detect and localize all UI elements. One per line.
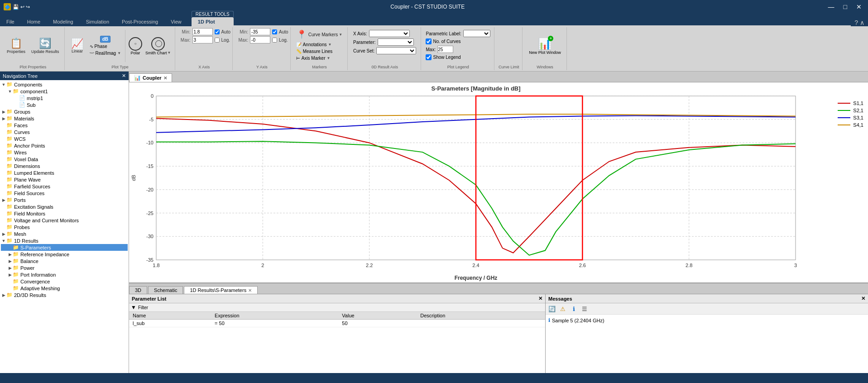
x-max-input[interactable] (192, 36, 213, 43)
tab-home[interactable]: Home (21, 17, 47, 26)
no-of-curves-checkbox[interactable] (426, 38, 432, 44)
refresh-btn[interactable]: 🔄 (547, 304, 556, 313)
tree-item[interactable]: 📁Adaptive Meshing (1, 285, 128, 292)
tree-item[interactable]: 📁S-Parameters (1, 244, 128, 251)
tree-item[interactable]: ▼📁Components (1, 81, 128, 88)
tab-1d-plot[interactable]: 1D Plot (192, 17, 234, 26)
tree-item[interactable]: 📁Voxel Data (1, 156, 128, 163)
bottom-tab-3d[interactable]: 3D (129, 286, 147, 294)
show-legend-checkbox[interactable] (426, 54, 432, 60)
param-list-close[interactable]: ✕ (538, 296, 542, 302)
tree-item[interactable]: 📁Wires (1, 149, 128, 156)
tab-simulation[interactable]: Simulation (80, 17, 115, 26)
y-max-input[interactable] (250, 36, 270, 43)
parametric-label-select[interactable] (463, 30, 490, 37)
bottom-tab-schematic[interactable]: Schematic (148, 286, 183, 294)
tree-item[interactable]: ▶📁2D/3D Results (1, 292, 128, 298)
smith-chart-button[interactable]: Smith Chart ▼ (144, 36, 172, 56)
close-button[interactable]: ✕ (854, 3, 864, 10)
tab-post-processing[interactable]: Post-Processing (115, 17, 164, 26)
parameter-select[interactable] (378, 38, 414, 46)
measure-lines-button[interactable]: 📏 Measure Lines (294, 48, 335, 54)
tree-item[interactable]: ▶📁Mesh (1, 230, 128, 237)
x-auto-checkbox[interactable] (215, 29, 220, 34)
tree-item[interactable]: 📁Curves (1, 129, 128, 135)
tree-item[interactable]: 📁Voltage and Current Monitors (1, 217, 128, 224)
phase-button[interactable]: ∿ Phase (88, 43, 123, 49)
tab-file[interactable]: File (0, 17, 21, 26)
tree-item[interactable]: ▼📁1D Results (1, 237, 128, 244)
update-results-button[interactable]: 🔄 Update Results (29, 37, 62, 55)
folder-icon: 📁 (6, 204, 13, 210)
tree-item[interactable]: ▶📁Groups (1, 108, 128, 115)
tree-item[interactable]: 📄mstrip1 (1, 95, 128, 101)
nav-tree-content[interactable]: ▼📁Components▼📁component1📄mstrip1📄Sub▶📁Gr… (0, 80, 129, 373)
tree-item[interactable]: 📁Field Monitors (1, 210, 128, 217)
maximize-button[interactable]: □ (841, 3, 850, 10)
x-log-checkbox[interactable] (215, 38, 220, 43)
properties-button[interactable]: 📋 Properties (5, 37, 28, 55)
tree-item[interactable]: 📁Plane Wave (1, 176, 128, 183)
real-imag-button[interactable]: 〰 Real/Imag ▼ (88, 50, 123, 56)
max-curves-input[interactable] (437, 46, 453, 53)
x-min-input[interactable] (192, 28, 213, 35)
dB-button[interactable]: dB (100, 36, 110, 43)
tree-item[interactable]: 📁Probes (1, 224, 128, 230)
curve-set-select[interactable] (376, 47, 416, 54)
polar-button[interactable]: ○ Polar (128, 36, 143, 56)
bottom-tab-1d-results-close[interactable]: ✕ (248, 288, 252, 293)
help-button[interactable]: ? ∧ (851, 19, 868, 26)
list-btn[interactable]: ☰ (580, 304, 589, 313)
tree-label: Wires (14, 150, 27, 155)
axis-marker-button[interactable]: ⊢ Axis Marker ▼ (294, 55, 332, 61)
tree-item[interactable]: ▶📁Reference Impedance (1, 251, 128, 258)
tree-item[interactable]: 📁Lumped Elements (1, 169, 128, 176)
minimize-button[interactable]: — (825, 3, 837, 10)
linear-button[interactable]: 📈 Linear (68, 38, 86, 55)
x-axis-0d-select[interactable] (369, 30, 410, 37)
tree-item[interactable]: 📁Anchor Points (1, 142, 128, 149)
nav-tree-close[interactable]: ✕ (122, 73, 126, 79)
tree-item[interactable]: 📄Sub (1, 101, 128, 108)
tree-item[interactable]: ▶📁Power (1, 264, 128, 271)
tab-modeling[interactable]: Modeling (47, 17, 80, 26)
warning-btn[interactable]: ⚠ (558, 304, 567, 313)
tree-item[interactable]: 📁Field Sources (1, 190, 128, 196)
table-row[interactable]: l_sub = 50 50 (129, 320, 545, 327)
tree-item[interactable]: 📁Dimensions (1, 163, 128, 169)
tree-item[interactable]: ▶📁Balance (1, 258, 128, 264)
redo-icon[interactable]: ↪ (26, 4, 30, 10)
y-log-checkbox[interactable] (272, 38, 277, 43)
tree-item[interactable]: 📁Farfield Sources (1, 183, 128, 190)
tree-expand-arrow: ▶ (1, 110, 6, 114)
tab-view[interactable]: View (164, 17, 188, 26)
y-min-input[interactable] (250, 28, 270, 35)
tree-item[interactable]: ▶📁Ports (1, 196, 128, 203)
tree-item[interactable]: 📁Excitation Signals (1, 203, 128, 210)
bottom-tab-1d-results[interactable]: 1D Results\S-Parameters ✕ (184, 286, 258, 294)
doc-tab-coupler[interactable]: 📊 Coupler ✕ (129, 73, 172, 82)
info-btn[interactable]: ℹ (569, 304, 578, 313)
ribbon: 📋 Properties 🔄 Update Results Plot Prope… (0, 26, 868, 72)
save-icon[interactable]: 💾 (13, 4, 19, 10)
curve-set-label: Curve Set: (353, 48, 374, 53)
svg-text:3: 3 (794, 263, 797, 268)
messages-close[interactable]: ✕ (861, 296, 865, 302)
y-auto-checkbox[interactable] (272, 29, 277, 34)
tree-item[interactable]: 📁Convergence (1, 278, 128, 285)
tree-item[interactable]: ▶📁Port Information (1, 271, 128, 278)
tree-label: Lumped Elements (14, 170, 54, 176)
svg-text:0: 0 (151, 93, 153, 99)
undo-icon[interactable]: ↩ (20, 4, 24, 10)
annotations-button[interactable]: 📝 Annotations ▼ (294, 42, 334, 48)
coupler-tab-close[interactable]: ✕ (163, 76, 167, 81)
curve-markers-button[interactable]: 📍 Curve Markers ▼ (294, 28, 345, 41)
tree-label: Port Information (20, 272, 56, 278)
tree-item[interactable]: 📁Faces (1, 122, 128, 129)
tree-item[interactable]: 📁WCS (1, 135, 128, 142)
y-max-label: Max: (235, 38, 248, 43)
window-controls[interactable]: — □ ✕ (825, 3, 864, 10)
tree-item[interactable]: ▶📁Materials (1, 115, 128, 122)
tree-item[interactable]: ▼📁component1 (1, 88, 128, 95)
new-plot-window-button[interactable]: 📊 + New Plot Window (526, 36, 564, 57)
